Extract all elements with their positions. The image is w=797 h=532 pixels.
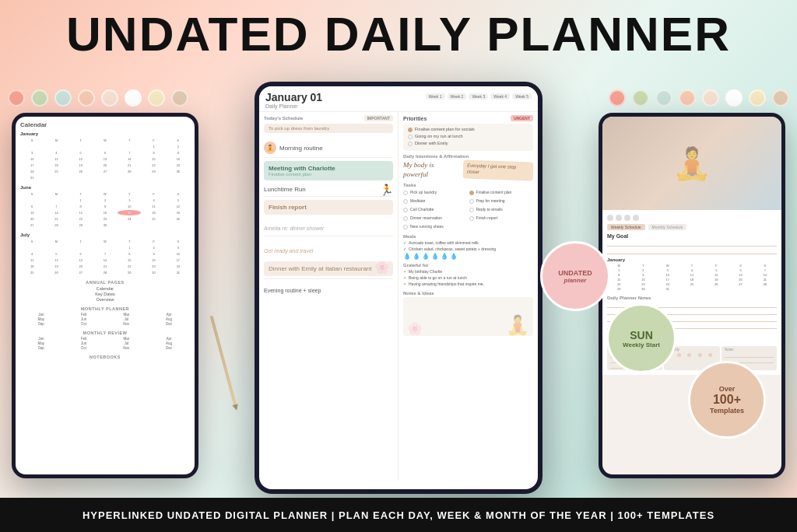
mp-jul[interactable]: Jul <box>106 317 148 321</box>
tablet-main-inner: January 01 Daily Planner Week 1 Week 2 W… <box>259 86 538 489</box>
slot-morning: 🧘 Morning routine <box>264 138 393 158</box>
meal-2: ✓Chicken salad, chickpeas, sweet potato … <box>403 247 533 251</box>
mp-may[interactable]: May <box>20 317 62 321</box>
mp-nov[interactable]: Nov <box>106 322 148 326</box>
annual-label: ANNUAL PAGES <box>20 280 190 285</box>
badge-sun: SUN Weekly Start <box>606 303 676 373</box>
mp-aug[interactable]: Aug <box>148 317 190 321</box>
tablet-left: Calendar January SMTWTFS 12 3456789 1011… <box>12 113 198 478</box>
mr-apr[interactable]: Apr <box>148 337 190 341</box>
rmc-6: 6 <box>729 268 752 272</box>
daily-planner-label: Daily Planner Notes <box>607 296 777 300</box>
dot-7 <box>148 89 165 107</box>
dot-r8 <box>772 89 789 107</box>
affirmation-label: Daily Intentions & Affirmation <box>403 154 533 159</box>
rmc-13: 13 <box>729 273 752 277</box>
mp-jan[interactable]: Jan <box>20 313 62 317</box>
rmc-28: 28 <box>753 282 777 286</box>
mp-mar[interactable]: Mar <box>106 313 148 317</box>
mr-feb[interactable]: Feb <box>63 337 105 341</box>
task-4: Prep for meeting <box>469 198 534 204</box>
mr-nov[interactable]: Nov <box>106 346 148 350</box>
rmc-8: 8 <box>607 273 630 277</box>
tablet-main: January 01 Daily Planner Week 1 Week 2 W… <box>255 82 542 494</box>
mp-oct[interactable]: Oct <box>63 322 105 326</box>
slot-run: Lunchtime Run 🏃 <box>264 183 393 197</box>
rmc-7: 7 <box>753 268 777 272</box>
mr-jan[interactable]: Jan <box>20 337 62 341</box>
link-keydates[interactable]: Key Dates <box>20 292 190 296</box>
right-mini-cal: January M T W T F S S 1234567 8910111213… <box>607 257 777 291</box>
annual-pages-section: ANNUAL PAGES Calendar Key Dates Overview <box>20 280 190 302</box>
rmc-9: 9 <box>631 273 655 277</box>
task-5: Call Charlotte <box>403 207 468 212</box>
dot-3 <box>54 89 72 107</box>
mr-aug[interactable]: Aug <box>148 341 190 345</box>
notes-area[interactable]: 🧘 🌸 <box>403 297 533 336</box>
mr-may[interactable]: May <box>20 341 62 345</box>
rmc-h2: T <box>631 264 655 268</box>
mr-dec[interactable]: Dec <box>148 346 190 350</box>
mp-sep[interactable]: Sep <box>20 322 62 326</box>
mp-jun[interactable]: Jun <box>63 317 105 321</box>
rmc-20: 20 <box>729 278 752 282</box>
mini-cal-jun-title: June <box>20 185 190 190</box>
priorities-label: Priorities <box>403 116 427 121</box>
monthly-dots <box>667 353 716 357</box>
week-tab-4[interactable]: Week 4 <box>490 93 510 100</box>
slot-evening-text: Evening routine + sleep <box>264 288 321 293</box>
mr-jul[interactable]: Jul <box>106 341 148 345</box>
mp-dec[interactable]: Dec <box>148 322 190 326</box>
meals-label: Meals <box>403 234 533 239</box>
badge-templates-line1: Over <box>719 385 736 393</box>
priority-1-check <box>408 128 413 132</box>
week-tab-2[interactable]: Week 2 <box>448 93 467 100</box>
page-title: UNDATED DAILY PLANNER <box>0 6 797 61</box>
dot-1 <box>8 89 25 107</box>
week-tab-3[interactable]: Week 3 <box>469 93 488 100</box>
mr-mar[interactable]: Mar <box>106 337 148 341</box>
mr-oct[interactable]: Oct <box>63 346 105 350</box>
tab-weekly[interactable]: Weekly Schedule <box>607 224 645 230</box>
notebooks-section: NOTEBOOKS <box>20 355 190 359</box>
tablet-left-inner: Calendar January SMTWTFS 12 3456789 1011… <box>16 117 195 474</box>
task-2: Finalise content plan <box>469 190 534 195</box>
badge-undated-line1: UNDATED <box>558 269 592 277</box>
task-4-text: Prep for meeting <box>476 198 505 203</box>
task-9: New running shoes <box>403 224 468 229</box>
rmc-10: 10 <box>656 273 679 277</box>
goal-line-1 <box>607 240 777 247</box>
dot-r4 <box>679 89 696 107</box>
rmc-21: 21 <box>753 278 777 282</box>
color-dots-right <box>609 89 789 107</box>
mp-feb[interactable]: Feb <box>63 313 105 317</box>
planner-date: January 01 <box>265 91 322 103</box>
schedule-label: Today's Schedule <box>264 116 303 121</box>
badge-undated-line2: planner <box>564 277 587 284</box>
dot-r5 <box>702 89 719 107</box>
rmc-31: 31 <box>656 287 679 291</box>
rmc-2: 2 <box>631 268 655 272</box>
grateful-1-text: My birthday Charlie <box>409 269 442 274</box>
slot-evening: Evening routine + sleep <box>264 278 393 298</box>
link-overview[interactable]: Overview <box>20 297 190 302</box>
mr-sep[interactable]: Sep <box>20 346 62 350</box>
mini-calendar-jan: January SMTWTFS 12 3456789 1011121314151… <box>20 131 190 180</box>
week-tab-1[interactable]: Week 1 <box>426 93 445 100</box>
planner-type: Daily Planner <box>265 103 322 109</box>
week-tabs: Week 1 Week 2 Week 3 Week 4 Week 5 <box>426 93 532 100</box>
week-tab-5[interactable]: Week 5 <box>512 93 532 100</box>
slot-report: Finish report <box>264 200 393 215</box>
rmc-18: 18 <box>680 278 704 282</box>
mp-apr[interactable]: Apr <box>148 313 190 317</box>
right-cal-month: January <box>607 257 777 262</box>
dot-4 <box>78 89 95 107</box>
time-slots: 🧘 Morning routine Meeting with Charlotte… <box>259 138 398 298</box>
mr-jun[interactable]: Jun <box>63 341 105 345</box>
rmc-h7: S <box>753 264 777 268</box>
badge-templates-line2: 100+ <box>713 393 741 407</box>
dot-r1 <box>609 89 626 107</box>
grateful-3-text: Having amazing friendships that inspire … <box>409 282 484 286</box>
tab-monthly[interactable]: Monthly Schedule <box>648 224 687 230</box>
link-calendar[interactable]: Calendar <box>20 286 190 291</box>
